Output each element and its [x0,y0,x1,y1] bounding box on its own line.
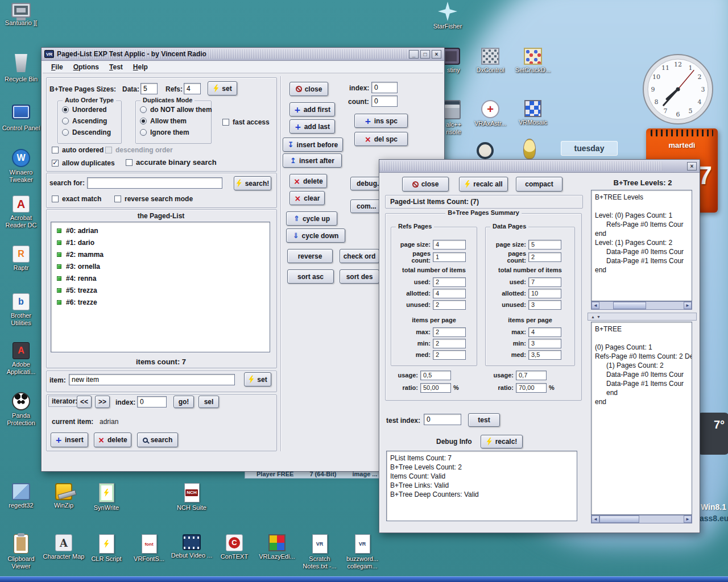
desktop-icon-dxcontrol[interactable]: DxControl [469,48,511,74]
iterator-sel-button[interactable]: sel [198,396,219,408]
set-item-button[interactable]: set [244,372,271,386]
lightbulb-icon[interactable] [523,139,536,159]
data-pages-count-field[interactable]: 2 [528,252,561,262]
menu-options[interactable]: Options [68,62,104,72]
desktop-icon-synwrite[interactable]: SynWrite [85,483,127,512]
iterator-index-field[interactable]: 0 [137,396,167,408]
menu-file[interactable]: File [46,62,68,72]
scroll-left-icon[interactable]: ◄ [592,302,599,309]
paged-list[interactable]: #0: adrian #1: dario #2: mamma #3: ornel… [51,222,270,352]
refs-unused-field[interactable]: 2 [433,300,466,310]
desktop-icon-buzzword[interactable]: VR buzzword... collegam... [341,534,383,570]
test-button[interactable]: test [468,413,500,427]
exact-match-checkbox[interactable]: exact match [52,195,101,203]
data-ratio-field[interactable]: 70,00 [516,383,547,393]
desktop-icon-vraxastr[interactable]: + VRAxAstr... [469,100,511,127]
list-item[interactable]: #4: renna [51,272,270,284]
list-item[interactable]: #0: adrian [51,225,270,236]
desktop-icon-starfisher[interactable]: StarFisher [427,2,469,30]
reverse-button[interactable]: reverse [287,249,333,263]
reverse-search-checkbox[interactable]: reverse search mode [114,195,193,203]
radio-descending[interactable]: Descending [62,128,111,136]
data-med-field[interactable]: 3,5 [528,350,561,360]
index-field[interactable]: 0 [371,82,398,93]
delete-button[interactable]: ×delete [94,433,131,447]
refs-allotted-field[interactable]: 4 [433,289,466,298]
test-index-field[interactable]: 0 [424,414,461,425]
data-max-field[interactable]: 4 [528,327,561,337]
recalc-button[interactable]: recalc! [481,435,523,448]
refs-ratio-field[interactable]: 50,00 [420,383,451,393]
recalc-all-button[interactable]: recalc all [459,177,508,192]
insert-button[interactable]: +insert [51,433,88,447]
radio-ignore-duplicates[interactable]: Ignore them [140,128,189,136]
auto-ordered-checkbox[interactable]: auto ordered [52,146,104,154]
data-allotted-field[interactable]: 10 [528,289,561,298]
desktop-icon-clipboard-viewer[interactable]: Clipboard Viewer [0,534,42,570]
maximize-button[interactable]: □ [420,50,430,59]
insert-after-button[interactable]: ↥insert after [283,153,342,168]
desktop-icon-winaero[interactable]: W Winaero Tweaker [0,149,42,184]
radio-no-duplicates[interactable]: do NOT allow them [140,106,212,114]
desktop-icon-santuario[interactable]: Santuario ][ [0,2,42,27]
check-order-button[interactable]: check ord [340,249,379,263]
count-field[interactable]: 0 [371,95,398,107]
list-item[interactable]: #1: dario [51,236,270,248]
data-unused-field[interactable]: 3 [528,300,561,310]
desktop-icon-vrfonts[interactable]: font VRFontS... [128,534,170,563]
sort-asc-button[interactable]: sort asc [287,269,334,284]
refs-usage-field[interactable]: 0,5 [420,371,451,380]
menu-help[interactable]: Help [128,62,153,72]
set-sizes-button[interactable]: set [208,81,237,95]
desktop-icon-clr-script[interactable]: CLR Script [85,534,127,563]
list-item[interactable]: #5: trezza [51,284,270,296]
horizontal-scrollbar[interactable]: ◄ ► [591,515,692,523]
add-last-button[interactable]: +add last [289,119,335,134]
list-item[interactable]: #6: trezze [51,296,270,308]
refs-page-size-field[interactable]: 4 [433,240,466,250]
allow-duplicates-checkbox[interactable]: allow duplicates [52,159,115,167]
debug-output[interactable]: PList Items Count: 7 B+Tree Levels Count… [386,451,577,521]
desktop-icon-character-map[interactable]: A Character Map [43,534,85,560]
item-input[interactable]: new item [69,374,235,385]
desktop-icon-vrlazyedit[interactable]: VRLazyEdi... [256,534,298,560]
refs-used-field[interactable]: 2 [433,277,466,287]
search-item-button[interactable]: search [137,433,178,447]
desktop-icon-raptr[interactable]: R Raptr [0,246,42,272]
scroll-left-icon[interactable]: ◄ [592,516,599,523]
refs-pages-count-field[interactable]: 1 [433,252,466,262]
scrollbar-thumb[interactable] [599,516,639,523]
menu-test[interactable]: Test [104,62,128,72]
scroll-right-icon[interactable]: ► [684,516,692,523]
desktop-icon-recycle-bin[interactable]: Recycle Bin [0,52,42,83]
iterator-go-button[interactable]: go! [173,396,194,408]
insert-before-button[interactable]: ↧insert before [283,138,343,152]
desktop-icon-winzip[interactable]: WinZip [43,483,85,509]
iterator-next-button[interactable]: >> [95,396,110,408]
partial-desktop-icon[interactable] [477,142,494,159]
close-button[interactable]: × [432,50,441,59]
desktop-icon-control-panel[interactable]: Control Panel [0,101,42,132]
desktop-icon-scratch-notes[interactable]: VR Scratch Notes.txt -... [299,534,341,570]
desktop-icon-debut[interactable]: Debut Video ... [171,534,213,559]
split-down-icon[interactable]: ▼ [597,315,601,319]
descending-order-checkbox[interactable]: descending order [105,146,173,154]
del-spc-button[interactable]: ×del spc [354,132,408,146]
radio-unordered[interactable]: Unordered [62,106,107,114]
stats-close-button[interactable]: close [402,177,449,192]
desktop-icon-adobe[interactable]: A Adobe Applicati... [0,342,42,376]
radio-ascending[interactable]: Ascending [62,117,107,125]
desktop-icon-regedt32[interactable]: regedt32 [0,483,42,509]
desktop-icon-brother[interactable]: b Brother Utilities [0,293,42,327]
desktop-icon-panda[interactable]: Panda Protection [0,392,42,427]
split-pane-divider[interactable]: ▲ ▼ [588,313,697,321]
refs-min-field[interactable]: 2 [433,339,466,348]
add-first-button[interactable]: +add first [289,102,335,117]
scrollbar-track[interactable] [599,516,684,523]
refs-size-field[interactable]: 4 [184,83,201,94]
refs-med-field[interactable]: 2 [433,350,466,360]
sort-des-button[interactable]: sort des [340,269,379,284]
close-button[interactable]: × [687,162,697,171]
list-item[interactable]: #2: mamma [51,248,270,260]
taskbar[interactable] [0,576,728,582]
